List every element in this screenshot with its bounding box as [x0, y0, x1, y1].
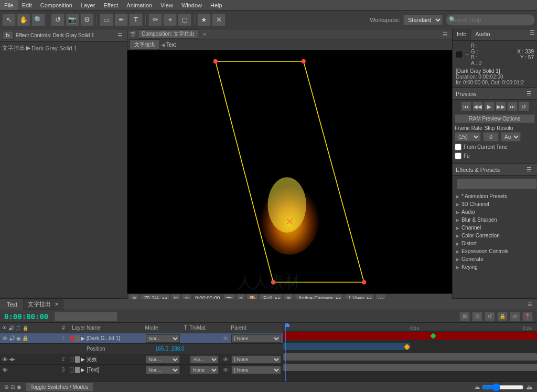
time-display[interactable]: 0:00:00:00	[0, 312, 52, 321]
tl-bottom-icon-2[interactable]: ⊡	[10, 384, 15, 390]
menu-help[interactable]: Help	[206, 0, 227, 10]
layer-1-visibility[interactable]: 👁	[221, 335, 231, 342]
timeline-tab-comp[interactable]: 文字拉出 ✕	[23, 299, 63, 310]
preview-skip-start[interactable]: ⏮	[461, 102, 471, 111]
tab-info[interactable]: Info	[453, 29, 471, 40]
layer-1-parent-select[interactable]: [ None	[231, 334, 281, 343]
layer-1-audio-btn[interactable]: 🔊	[9, 335, 15, 341]
tab-audio[interactable]: Audio	[471, 29, 495, 40]
tool-anchor[interactable]: ⌖	[163, 14, 177, 26]
tl-bottom-icon-3[interactable]: ◉	[17, 384, 22, 390]
tool-rect[interactable]: ▭	[100, 14, 113, 26]
from-current-time-checkbox[interactable]	[455, 144, 461, 150]
timeline-search-input[interactable]	[55, 312, 117, 321]
tool-camera[interactable]: 📷	[66, 14, 79, 26]
preview-menu[interactable]: ☰	[524, 90, 534, 97]
preview-next-frame[interactable]: ▶▶	[496, 102, 506, 111]
effects-item-audio[interactable]: ▶ Audio	[453, 208, 537, 216]
menu-edit[interactable]: Edit	[18, 0, 36, 10]
layer-2-mode-select[interactable]: Nor....	[146, 355, 180, 364]
comp-menu-btn[interactable]: ☰	[441, 31, 450, 38]
ram-preview-button[interactable]: RAM Preview Options	[455, 114, 535, 123]
comp-nav-tab-1[interactable]: 文字拉出	[130, 39, 160, 50]
layer-2-expand[interactable]: ▶	[81, 356, 85, 362]
effect-controls-menu[interactable]: ☰	[115, 32, 125, 39]
tool-settings[interactable]: ⚙	[80, 14, 94, 26]
tl-icon-2[interactable]: ⊡	[472, 312, 482, 321]
effects-menu[interactable]: ☰	[524, 166, 534, 173]
preview-play[interactable]: ▶	[484, 102, 495, 111]
tool-stamp[interactable]: ★	[197, 14, 211, 26]
info-menu[interactable]: ☰	[528, 29, 537, 40]
preview-loop[interactable]: ↺	[519, 102, 529, 111]
full-checkbox[interactable]	[455, 153, 461, 159]
menu-animation[interactable]: Animation	[122, 0, 156, 10]
tool-zoom[interactable]: 🔍	[31, 14, 45, 26]
layer-3-eye-btn[interactable]: 👁	[2, 367, 8, 373]
layer-2-eye-btn[interactable]: 👁	[2, 356, 8, 363]
effects-item-animation[interactable]: ▶ * Animation Presets	[453, 192, 537, 200]
timeline-tab-text[interactable]: Text	[2, 300, 22, 309]
layer-2-trkmat-select[interactable]: Alp...	[190, 355, 219, 364]
frame-rate-select[interactable]: (25)	[455, 132, 481, 141]
effects-item-blur[interactable]: ▶ Blur & Sharpen	[453, 216, 537, 224]
effects-item-3d[interactable]: ▶ 3D Channel	[453, 200, 537, 208]
layer-1-eye-btn[interactable]: 👁	[2, 335, 8, 342]
layer-1-solo-btn[interactable]: ◉	[16, 335, 21, 341]
tool-pen2[interactable]: ✏	[148, 14, 162, 26]
menu-effect[interactable]: Effect	[99, 0, 122, 10]
effects-search-input[interactable]	[457, 179, 537, 189]
layer-2-visibility[interactable]: 👁	[221, 356, 231, 363]
tool-close[interactable]: ✕	[212, 14, 225, 26]
tl-icon-4[interactable]: 🔒	[497, 312, 508, 321]
menu-layer[interactable]: Layer	[77, 0, 100, 10]
layer-3-visibility[interactable]: 👁	[221, 367, 231, 373]
toggle-switches-button[interactable]: Toggle Switches / Modes	[26, 383, 93, 391]
effects-item-generate[interactable]: ▶ Generate	[453, 255, 537, 263]
layer-3-mode-select[interactable]: Nor....	[146, 366, 180, 374]
menu-composition[interactable]: Composition	[36, 0, 77, 10]
layer-3-trkmat-select[interactable]: None	[190, 366, 219, 374]
tl-bottom-icon-1[interactable]: ⊞	[4, 384, 8, 390]
resolution-select[interactable]: Auto	[501, 132, 521, 141]
tl-icon-3[interactable]: ↺	[485, 312, 495, 321]
effects-item-expression[interactable]: ▶ Expression Controls	[453, 247, 537, 255]
timeline-bars-area[interactable]: 0:1s 0:2s	[283, 323, 537, 382]
tl-icon-1[interactable]: ⊞	[459, 312, 470, 321]
skip-input[interactable]	[483, 132, 499, 141]
timeline-tab-close[interactable]: ✕	[55, 301, 59, 307]
layer-1-mode-select[interactable]: Nor...	[146, 334, 180, 343]
tool-select[interactable]: ↖	[2, 14, 16, 26]
comp-nav-tab-2[interactable]: Text	[166, 42, 176, 48]
tool-hand[interactable]: ✋	[17, 14, 30, 26]
tl-icon-6[interactable]: 📍	[522, 312, 533, 321]
composition-viewport[interactable]	[127, 50, 452, 293]
layer-1-expand[interactable]: ▶	[81, 335, 85, 341]
effects-item-channel[interactable]: ▶ Channel	[453, 224, 537, 232]
menu-window[interactable]: Window	[177, 0, 206, 10]
breadcrumb-item-1[interactable]: 文字拉出	[2, 44, 25, 52]
effects-item-distort[interactable]: ▶ Distort	[453, 239, 537, 247]
effects-item-keying[interactable]: ▶ Keying	[453, 263, 537, 271]
tool-undo[interactable]: ↺	[51, 14, 65, 26]
timeline-menu[interactable]: ☰	[525, 301, 535, 308]
workspace-select[interactable]: Standard	[403, 15, 443, 25]
layer-3-parent-select[interactable]: [ None	[231, 366, 281, 374]
preview-prev-frame[interactable]: ◀◀	[472, 102, 483, 111]
tool-text[interactable]: T	[129, 14, 143, 26]
effects-item-color-correction[interactable]: ▶ Color Correction	[453, 232, 537, 239]
layer-3-expand[interactable]: ▶	[81, 367, 85, 373]
comp-tab-close[interactable]: ✕	[200, 31, 209, 37]
menu-file[interactable]: File	[0, 0, 18, 10]
preview-skip-end[interactable]: ⏭	[507, 102, 518, 111]
comp-tab[interactable]: Composition: 文字拉出	[138, 29, 198, 39]
layer-1-lock-btn[interactable]: 🔒	[22, 335, 28, 341]
search-input[interactable]	[446, 14, 535, 26]
tl-icon-5[interactable]: ⊙	[510, 312, 520, 321]
layer-2-parent-select[interactable]: [ None	[231, 355, 281, 364]
tool-eraser[interactable]: ◻	[178, 14, 191, 26]
timeline-zoom-slider[interactable]	[482, 385, 524, 390]
menu-view[interactable]: View	[156, 0, 177, 10]
effect-controls-tab[interactable]: fx	[2, 31, 14, 40]
tool-pen[interactable]: ✒	[114, 14, 128, 26]
